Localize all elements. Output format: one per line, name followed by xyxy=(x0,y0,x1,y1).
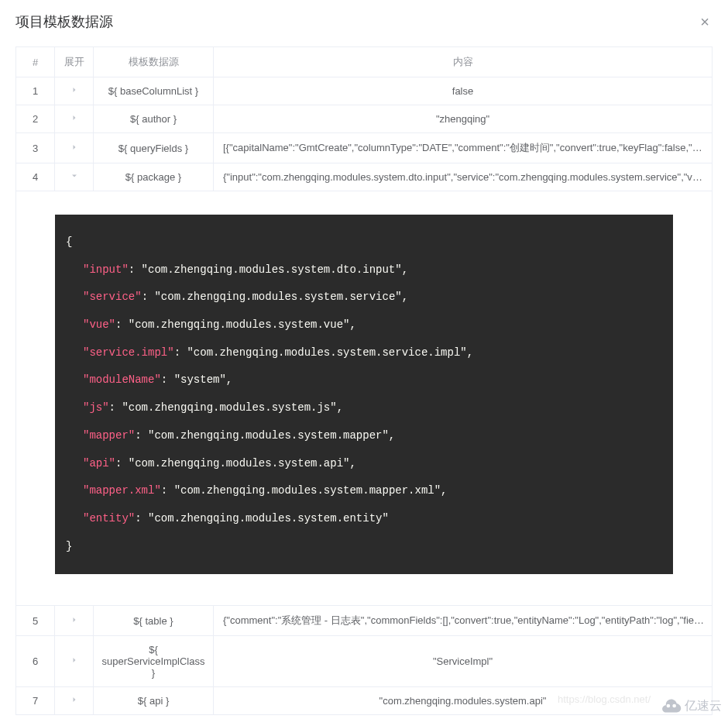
json-entry: "input": "com.zhengqing.modules.system.d… xyxy=(66,256,662,284)
cell-source: ${ package } xyxy=(94,163,214,191)
cell-expand xyxy=(55,105,94,133)
cell-index: 6 xyxy=(16,636,55,687)
cell-source: ${ api } xyxy=(94,687,214,715)
cell-source: ${ superServiceImplClass } xyxy=(94,636,214,687)
table-row: 3 ${ queryFields } [{"capitalName":"GmtC… xyxy=(16,133,713,163)
json-entry: "api": "com.zhengqing.modules.system.api… xyxy=(66,450,662,478)
chevron-right-icon[interactable] xyxy=(70,655,79,665)
th-expand: 展开 xyxy=(55,47,94,77)
cell-index: 3 xyxy=(16,133,55,163)
cell-index: 2 xyxy=(16,105,55,133)
cell-source: ${ author } xyxy=(94,105,214,133)
table-row: 1 ${ baseColumnList } false xyxy=(16,77,713,105)
json-entry: "mapper.xml": "com.zhengqing.modules.sys… xyxy=(66,477,662,505)
cell-expand xyxy=(55,687,94,715)
cell-content: [{"capitalName":"GmtCreate","columnType"… xyxy=(214,133,713,163)
cell-source: ${ baseColumnList } xyxy=(94,77,214,105)
cloud-icon xyxy=(660,697,682,714)
cell-content: "ServiceImpl" xyxy=(214,636,713,687)
corner-brand-text: 亿速云 xyxy=(685,698,722,714)
table-row: 2 ${ author } "zhengqing" xyxy=(16,105,713,133)
table-row: 7 ${ api } "com.zhengqing.modules.system… xyxy=(16,687,713,715)
dialog-header: 项目模板数据源 × xyxy=(0,0,728,39)
cell-content: {"comment":"系统管理 - 日志表","commonFields":[… xyxy=(214,606,713,636)
dialog-body: # 展开 模板数据源 内容 1 ${ baseColumnList } fals… xyxy=(0,39,728,719)
cell-content: "zhengqing" xyxy=(214,105,713,133)
cell-content: "com.zhengqing.modules.system.api" xyxy=(214,687,713,715)
cell-index: 7 xyxy=(16,687,55,715)
json-entry: "moduleName": "system", xyxy=(66,366,662,394)
json-entry: "js": "com.zhengqing.modules.system.js", xyxy=(66,394,662,422)
cell-expand xyxy=(55,606,94,636)
dialog-title: 项目模板数据源 xyxy=(15,12,113,31)
chevron-down-icon[interactable] xyxy=(70,171,79,181)
json-entry: "mapper": "com.zhengqing.modules.system.… xyxy=(66,422,662,450)
json-entry: "entity": "com.zhengqing.modules.system.… xyxy=(66,505,662,533)
expanded-row: {"input": "com.zhengqing.modules.system.… xyxy=(16,191,713,606)
th-index: # xyxy=(16,47,55,77)
json-entry: "service": "com.zhengqing.modules.system… xyxy=(66,284,662,311)
th-content: 内容 xyxy=(214,47,713,77)
cell-source: ${ queryFields } xyxy=(94,133,214,163)
chevron-right-icon[interactable] xyxy=(70,85,79,95)
chevron-right-icon[interactable] xyxy=(70,695,79,704)
corner-brand: 亿速云 xyxy=(660,697,722,714)
cell-expand xyxy=(55,133,94,163)
cell-index: 1 xyxy=(16,77,55,105)
table-row: 5 ${ table } {"comment":"系统管理 - 日志表","co… xyxy=(16,606,713,636)
chevron-right-icon[interactable] xyxy=(70,143,79,152)
json-code-block: {"input": "com.zhengqing.modules.system.… xyxy=(55,215,673,574)
json-close-brace: } xyxy=(66,533,662,561)
cell-content: {"input":"com.zhengqing.modules.system.d… xyxy=(214,163,713,191)
chevron-right-icon[interactable] xyxy=(70,615,79,624)
cell-expand xyxy=(55,77,94,105)
table-row: 6 ${ superServiceImplClass } "ServiceImp… xyxy=(16,636,713,687)
table-row: 4 ${ package } {"input":"com.zhengqing.m… xyxy=(16,163,713,191)
data-source-table: # 展开 模板数据源 内容 1 ${ baseColumnList } fals… xyxy=(15,46,713,715)
close-icon[interactable]: × xyxy=(697,14,713,29)
json-entry: "service.impl": "com.zhengqing.modules.s… xyxy=(66,339,662,367)
chevron-right-icon[interactable] xyxy=(70,113,79,122)
cell-index: 4 xyxy=(16,163,55,191)
cell-source: ${ table } xyxy=(94,606,214,636)
cell-index: 5 xyxy=(16,606,55,636)
json-entry: "vue": "com.zhengqing.modules.system.vue… xyxy=(66,311,662,339)
cell-expand xyxy=(55,636,94,687)
th-source: 模板数据源 xyxy=(94,47,214,77)
table-header-row: # 展开 模板数据源 内容 xyxy=(16,47,713,77)
json-open-brace: { xyxy=(66,229,662,256)
expanded-cell: {"input": "com.zhengqing.modules.system.… xyxy=(16,191,713,606)
cell-content: false xyxy=(214,77,713,105)
cell-expand xyxy=(55,163,94,191)
